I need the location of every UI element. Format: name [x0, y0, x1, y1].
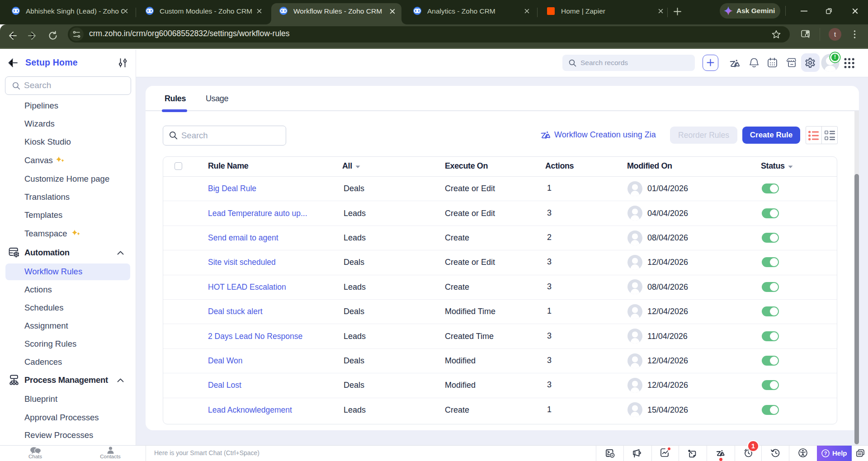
svg-text:?: ?	[824, 451, 827, 456]
